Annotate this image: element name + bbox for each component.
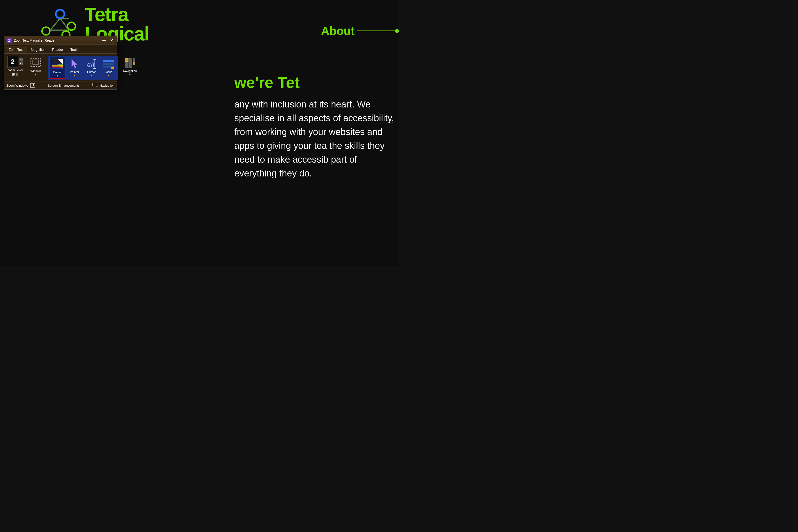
svg-rect-11 — [52, 65, 63, 66]
svg-rect-27 — [133, 58, 135, 62]
close-button[interactable]: ✕ — [109, 38, 114, 43]
screen-enhancements-area: Colour ▼ Pointer ▼ al — [48, 56, 118, 80]
screen-enhancements-section-label: Screen Enhancements — [48, 84, 80, 88]
focus-icon-svg — [102, 58, 115, 70]
toolbar: 2 ▲ ▼ Zoom Level ▣ ||| — [4, 54, 117, 81]
titlebar-controls[interactable]: — ✕ — [101, 38, 114, 43]
zoom-control[interactable]: 2 ▲ ▼ — [7, 56, 23, 68]
titlebar-title: ZoomText Magnifier/Reader — [14, 38, 56, 42]
bottom-bar: Zoom Windows Screen Enhancements Navigat… — [4, 81, 117, 89]
titlebar-left: Z ZoomText Magnifier/Reader — [6, 38, 56, 43]
svg-rect-29 — [129, 62, 132, 64]
navigation-dropdown-arrow[interactable]: ▼ — [129, 73, 131, 76]
zoom-down-arrow[interactable]: ▼ — [19, 62, 23, 65]
pointer-label: Pointer — [70, 71, 79, 74]
colour-icon-svg — [51, 58, 64, 70]
zoomtext-app-icon: Z — [6, 38, 12, 43]
focus-icon — [102, 58, 115, 70]
svg-text:alt: alt — [87, 60, 95, 68]
zoom-level-label: Zoom Level — [7, 69, 23, 72]
navigation-label: Navigation — [123, 70, 137, 73]
tetralogical-logo-icon — [36, 8, 80, 40]
svg-rect-31 — [125, 65, 129, 68]
zoom-windows-icon: ▣ — [12, 72, 15, 76]
cursor-button[interactable]: alt Cursor ▼ — [83, 57, 99, 79]
about-line-circle — [395, 29, 399, 33]
colour-label: Colour — [53, 71, 61, 74]
hero-headline: we're Tet — [234, 73, 399, 93]
zoom-level-group: 2 ▲ ▼ Zoom Level ▣ ||| — [6, 56, 23, 76]
colour-icon — [51, 58, 64, 70]
hero-text-area: we're Tet any with inclusion at its hear… — [229, 73, 399, 180]
focus-dropdown-arrow[interactable]: ▼ — [107, 74, 110, 77]
svg-rect-26 — [129, 58, 132, 62]
svg-rect-21 — [103, 60, 114, 62]
pointer-button[interactable]: Pointer ▼ — [66, 57, 82, 79]
bottom-bar-left: Zoom Windows — [6, 83, 35, 88]
about-line-bar — [357, 31, 396, 31]
tab-tools[interactable]: Tools — [67, 46, 82, 54]
colour-dropdown-arrow[interactable]: ▼ — [56, 75, 59, 77]
zoom-windows-section-label: Zoom Windows — [6, 84, 28, 88]
zoom-up-arrow[interactable]: ▲ — [19, 58, 23, 61]
svg-rect-22 — [103, 63, 114, 64]
bottom-bar-right: Navigation — [93, 83, 114, 88]
svg-line-0 — [50, 18, 60, 30]
tab-magnifier[interactable]: Magnifier — [27, 46, 49, 54]
zoom-arrows[interactable]: ▲ ▼ — [19, 58, 23, 65]
hero-body-text: any with inclusion at its heart. We spec… — [234, 99, 394, 178]
titlebar: Z ZoomText Magnifier/Reader — ✕ — [4, 36, 117, 45]
about-link[interactable]: About — [321, 24, 355, 38]
screen-enh-icon-svg — [93, 83, 98, 87]
zoom-windows-row: ▣ ||| — [12, 72, 18, 76]
tab-zoomtext[interactable]: ZoomText — [5, 46, 27, 54]
navigation-icon-svg — [124, 57, 136, 69]
zoom-windows-section-icon — [30, 83, 35, 88]
cursor-icon-svg: alt — [85, 58, 98, 70]
pointer-icon-svg — [68, 58, 81, 70]
cursor-icon: alt — [85, 58, 98, 70]
svg-point-5 — [42, 27, 50, 35]
minimize-button[interactable]: — — [101, 38, 107, 42]
window-icon-svg — [29, 57, 42, 69]
pointer-dropdown-arrow[interactable]: ▼ — [73, 74, 76, 77]
window-button[interactable]: Window ▼ — [28, 56, 43, 77]
svg-rect-14 — [52, 68, 63, 68]
svg-rect-24 — [111, 66, 114, 69]
svg-rect-33 — [31, 84, 33, 86]
svg-rect-30 — [133, 62, 135, 64]
svg-marker-16 — [72, 59, 77, 69]
menu-tabs[interactable]: ZoomText Magnifier Reader Tools — [4, 45, 117, 54]
tab-reader[interactable]: Reader — [49, 46, 67, 54]
window-label: Window — [31, 70, 41, 73]
window-dropdown-arrow[interactable]: ▼ — [34, 73, 37, 76]
svg-rect-25 — [125, 58, 129, 62]
svg-rect-32 — [129, 65, 132, 68]
colour-button[interactable]: Colour ▼ — [49, 57, 65, 79]
screen-enh-section-icon — [93, 83, 98, 88]
svg-point-4 — [56, 10, 64, 18]
cursor-label: Cursor — [87, 71, 96, 74]
pointer-icon — [68, 58, 81, 70]
hero-body: any with inclusion at its heart. We spec… — [234, 97, 399, 180]
navigation-section-label: Navigation — [100, 84, 114, 88]
svg-rect-8 — [31, 58, 40, 66]
svg-rect-28 — [125, 62, 129, 64]
zoom-windows-section-icon-svg — [31, 83, 35, 88]
navigation-icon — [124, 57, 136, 69]
svg-rect-15 — [52, 68, 63, 69]
zoomtext-window: Z ZoomText Magnifier/Reader — ✕ ZoomText… — [4, 36, 117, 90]
svg-rect-13 — [52, 67, 63, 68]
focus-button[interactable]: Focus ▼ — [100, 57, 116, 79]
focus-label: Focus — [104, 71, 113, 74]
zoom-number[interactable]: 2 — [7, 56, 18, 68]
zoom-windows-icon2: ||| — [16, 73, 18, 76]
navigation-button[interactable]: Navigation ▼ — [123, 56, 137, 77]
logo-tetra: Tetra — [85, 5, 149, 24]
svg-rect-12 — [52, 66, 63, 67]
cursor-dropdown-arrow[interactable]: ▼ — [90, 74, 93, 77]
about-nav[interactable]: About — [321, 24, 399, 38]
window-icon — [29, 57, 42, 69]
svg-rect-34 — [93, 83, 96, 86]
svg-point-7 — [68, 22, 76, 30]
